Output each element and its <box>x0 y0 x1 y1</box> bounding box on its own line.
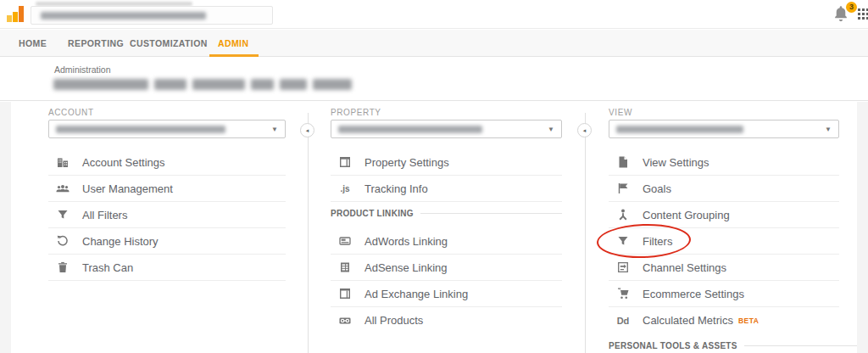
ad-exchange-window-icon <box>337 287 353 300</box>
personal-tools-section-header: PERSONAL TOOLS & ASSETS <box>609 341 857 350</box>
building-icon <box>55 155 70 169</box>
menu-item-account-settings[interactable]: Account Settings <box>48 149 286 176</box>
menu-item-ad-exchange-linking[interactable]: Ad Exchange Linking <box>331 281 562 307</box>
top-bar: 3 <box>0 0 868 29</box>
menu-item-label: Filters <box>643 235 672 248</box>
account-selector[interactable] <box>31 6 273 25</box>
beta-badge: BETA <box>738 317 760 325</box>
chevron-down-icon: ▼ <box>548 126 554 133</box>
redacted-account-value <box>56 126 225 133</box>
funnel-icon <box>55 208 70 221</box>
cart-icon <box>615 287 631 300</box>
right-gutter <box>857 102 868 353</box>
adsense-grid-icon <box>337 261 353 274</box>
people-icon <box>55 182 70 195</box>
collapse-column-button[interactable]: ◂ <box>577 123 592 137</box>
menu-item-adwords-linking[interactable]: AdWords Linking <box>331 228 562 255</box>
google-analytics-admin-screen: 3 HOME REPORTING CUSTOMIZATION ADMIN Adm… <box>0 0 868 353</box>
menu-item-label: AdWords Linking <box>364 235 448 248</box>
document-icon <box>615 155 631 169</box>
menu-item-label: Change History <box>82 235 159 248</box>
page-title: Administration <box>54 64 111 75</box>
menu-item-label: View Settings <box>643 156 709 169</box>
menu-item-label: Calculated Metrics <box>643 314 733 327</box>
dd-icon: Dd <box>615 314 631 328</box>
menu-item-label: AdSense Linking <box>364 261 448 274</box>
active-tab-underline <box>209 54 259 57</box>
menu-item-change-history[interactable]: Change History <box>48 228 286 255</box>
tab-reporting[interactable]: REPORTING <box>68 30 124 57</box>
main-nav: HOME REPORTING CUSTOMIZATION ADMIN <box>0 30 868 57</box>
redacted-property-title <box>53 79 352 90</box>
account-dropdown[interactable]: ▼ <box>48 120 286 138</box>
notifications-button[interactable]: 3 <box>832 4 854 26</box>
menu-item-user-management[interactable]: User Management <box>48 176 286 202</box>
view-dropdown[interactable]: ▼ <box>609 120 839 138</box>
product-linking-section-header: PRODUCT LINKING <box>331 209 562 218</box>
redacted-account-name <box>41 12 206 20</box>
redacted-view-value <box>616 126 743 133</box>
menu-item-view-settings[interactable]: View Settings <box>609 149 839 176</box>
menu-item-label: Content Grouping <box>643 209 730 221</box>
link-icon <box>337 314 353 328</box>
menu-item-channel-settings[interactable]: Channel Settings <box>609 255 839 281</box>
property-column-label: PROPERTY <box>331 108 381 117</box>
adwords-card-icon <box>337 234 353 248</box>
menu-item-adsense-linking[interactable]: AdSense Linking <box>331 255 562 281</box>
menu-item-label: Account Settings <box>82 156 165 169</box>
menu-item-trash-can[interactable]: Trash Can <box>48 255 286 281</box>
chevron-down-icon: ▼ <box>271 126 278 133</box>
notification-count-badge: 3 <box>846 2 857 13</box>
menu-item-label: All Filters <box>82 209 127 221</box>
menu-item-label: Property Settings <box>364 156 449 169</box>
menu-item-label: User Management <box>82 182 173 195</box>
menu-item-label: Channel Settings <box>643 261 726 274</box>
history-icon <box>55 234 70 248</box>
tab-customization[interactable]: CUSTOMIZATION <box>130 30 208 57</box>
view-column-label: VIEW <box>609 108 632 117</box>
property-dropdown[interactable]: ▼ <box>331 120 562 138</box>
redacted-property-value <box>338 126 482 133</box>
menu-item-content-grouping[interactable]: Content Grouping <box>609 202 839 228</box>
menu-item-property-settings[interactable]: Property Settings <box>331 149 562 176</box>
js-icon: .js <box>337 182 353 195</box>
menu-item-label: All Products <box>364 314 423 327</box>
window-icon <box>337 155 353 169</box>
menu-item-label: Goals <box>643 182 671 195</box>
tab-home[interactable]: HOME <box>19 30 47 57</box>
menu-item-tracking-info[interactable]: .js Tracking Info <box>331 176 562 202</box>
left-gutter <box>0 102 11 353</box>
menu-item-calculated-metrics[interactable]: Dd Calculated Metrics BETA <box>609 307 839 333</box>
collapse-column-button[interactable]: ◂ <box>300 123 314 137</box>
apps-grid-icon[interactable] <box>858 8 868 20</box>
flag-icon <box>615 182 631 195</box>
tab-admin-active[interactable]: ADMIN <box>218 30 248 57</box>
funnel-icon <box>615 234 631 248</box>
menu-item-label: Ad Exchange Linking <box>364 288 468 300</box>
menu-item-label: Tracking Info <box>364 182 428 195</box>
menu-item-ecommerce-settings[interactable]: Ecommerce Settings <box>609 281 839 307</box>
menu-item-label: Trash Can <box>82 261 133 274</box>
channel-icon <box>615 261 631 274</box>
menu-item-label: Ecommerce Settings <box>643 288 744 300</box>
menu-item-goals[interactable]: Goals <box>609 176 839 202</box>
trash-icon <box>55 261 70 274</box>
chevron-down-icon: ▼ <box>825 126 832 133</box>
menu-item-filters[interactable]: Filters <box>609 228 839 255</box>
account-column-label: ACCOUNT <box>48 108 94 117</box>
menu-item-all-products[interactable]: All Products <box>331 307 562 333</box>
page-header: Administration <box>0 58 868 101</box>
menu-item-all-filters[interactable]: All Filters <box>48 202 286 228</box>
column-divider <box>585 113 586 353</box>
analytics-logo-icon <box>7 6 25 22</box>
person-split-icon <box>615 208 631 221</box>
column-divider <box>308 113 309 353</box>
